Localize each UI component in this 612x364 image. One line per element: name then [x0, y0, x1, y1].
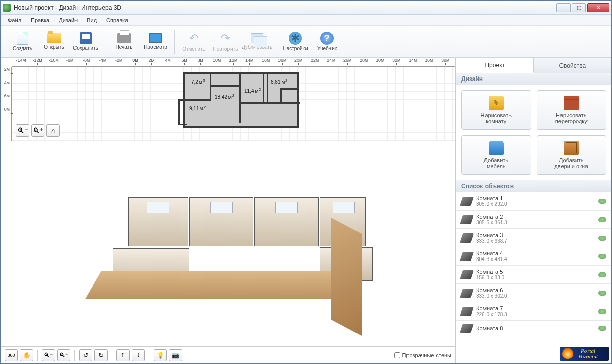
zoom-out-3d-button[interactable]: 🔍︎⁻ — [42, 349, 55, 361]
visibility-toggle-icon[interactable] — [598, 254, 606, 259]
ruler-tick: 16м — [258, 58, 274, 63]
menu-edit[interactable]: Правка — [27, 16, 54, 24]
camera-button[interactable]: 📷 — [169, 349, 182, 361]
room-icon — [460, 270, 474, 279]
object-list-item[interactable]: Комната 8 — [456, 321, 611, 336]
draw-partition-button[interactable]: Нарисовать перегородку — [537, 90, 607, 130]
hand-icon: ✋ — [23, 352, 31, 359]
open-button[interactable]: Открыть — [39, 28, 69, 56]
visibility-toggle-icon[interactable] — [598, 272, 606, 277]
ruler-tick: 8м — [192, 58, 209, 63]
plan-view-2d[interactable]: -14м-12м-10м-8м-6м-4м-2м0м2м4м6м8м10м12м… — [1, 58, 455, 141]
object-name: Комната 8 — [476, 325, 594, 331]
save-button[interactable]: Сохранить — [71, 28, 100, 56]
ruler-tick: 6м — [1, 93, 11, 107]
ruler-tick: 26м — [339, 58, 355, 63]
object-dimensions: 333.0 x 302.0 — [476, 293, 594, 299]
menu-view[interactable]: Вид — [83, 16, 101, 24]
duplicate-button[interactable]: Дублировать — [242, 28, 272, 56]
draw-room-button[interactable]: Нарисовать комнату — [461, 90, 531, 130]
object-list-item[interactable]: Комната 1305.0 x 292.0 — [456, 192, 611, 211]
ruler-tick: 10м — [209, 58, 225, 63]
visibility-toggle-icon[interactable] — [598, 217, 606, 222]
rotate-right-button[interactable]: ↻ — [94, 349, 108, 361]
visibility-toggle-icon[interactable] — [598, 199, 606, 204]
app-icon — [3, 4, 11, 12]
menu-file[interactable]: Файл — [4, 16, 26, 24]
visibility-toggle-icon[interactable] — [598, 236, 606, 241]
object-name: Комната 4 — [476, 250, 594, 256]
menubar: Файл Правка Дизайн Вид Справка — [1, 15, 611, 26]
home-button[interactable]: ⌂ — [46, 124, 60, 137]
exterior-wall — [85, 271, 362, 299]
preview-button[interactable]: Просмотр — [141, 28, 170, 56]
transparent-walls-checkbox[interactable]: Прозрачные стены — [394, 352, 451, 358]
rotate-left-button[interactable]: ↺ — [79, 349, 92, 361]
zoom-in-icon: 🔍︎⁺ — [33, 126, 43, 135]
zoom-in-button[interactable]: 🔍︎⁺ — [31, 124, 44, 137]
minimize-button[interactable]: — — [556, 3, 571, 12]
print-button[interactable]: Печать — [109, 28, 139, 56]
door-icon — [564, 141, 579, 155]
room-area-label: 11,4 м2 — [244, 88, 261, 94]
floorplan-2d[interactable]: 7,2 м29,11 м218,42 м211,4 м26,81 м2 — [183, 72, 299, 128]
flame-icon — [562, 348, 573, 359]
monitor-icon — [149, 33, 162, 43]
room-icon — [460, 197, 474, 206]
help-button[interactable]: ?Учебник — [312, 28, 342, 56]
armchair-icon — [489, 141, 504, 155]
ruler-tick: 4м — [1, 80, 11, 93]
room-icon — [460, 233, 474, 243]
tilt-up-button[interactable]: ⤒ — [116, 349, 130, 361]
room-area-label: 18,42 м2 — [215, 94, 234, 100]
light-button[interactable]: 💡 — [154, 349, 167, 361]
object-list-item[interactable]: Комната 3333.0 x 638.7 — [456, 229, 611, 247]
tab-project[interactable]: Проект — [456, 58, 534, 73]
ruler-tick: 24м — [323, 58, 339, 63]
transparent-walls-input[interactable] — [394, 352, 400, 358]
new-file-icon — [17, 32, 28, 45]
visibility-toggle-icon[interactable] — [598, 291, 606, 296]
ruler-tick: 2м — [1, 67, 11, 80]
ruler-tick: 20м — [290, 58, 307, 63]
close-button[interactable]: ✕ — [587, 3, 609, 12]
menu-design[interactable]: Дизайн — [55, 16, 82, 24]
object-name: Комната 5 — [476, 269, 594, 275]
menu-help[interactable]: Справка — [102, 16, 132, 24]
ruler-tick: 18м — [274, 58, 290, 63]
object-name: Комната 1 — [476, 195, 594, 201]
visibility-toggle-icon[interactable] — [598, 309, 606, 314]
exterior-wall — [331, 218, 362, 336]
object-name: Комната 7 — [476, 305, 594, 311]
object-list-item[interactable]: Комната 7226.0 x 178.3 — [456, 302, 611, 321]
titlebar: Новый проект - Дизайн Интерьера 3D — ▢ ✕ — [1, 1, 611, 15]
folder-open-icon — [47, 33, 61, 43]
pan-button[interactable]: ✋ — [20, 349, 33, 361]
object-list-item[interactable]: Комната 2305.5 x 361.3 — [456, 211, 611, 229]
object-list-item[interactable]: Комната 4304.3 x 481.4 — [456, 247, 611, 266]
maximize-button[interactable]: ▢ — [572, 3, 586, 12]
object-list-item[interactable]: Комната 6333.0 x 302.0 — [456, 284, 611, 302]
object-list[interactable]: Комната 1305.0 x 292.0Комната 2305.5 x 3… — [456, 192, 611, 363]
visibility-toggle-icon[interactable] — [598, 326, 606, 331]
undo-button[interactable]: ↶Отменить — [179, 28, 209, 56]
room-area-label: 9,11 м2 — [189, 106, 206, 111]
rotate-360-button[interactable]: 360 — [5, 349, 18, 361]
ruler-tick: 34м — [404, 58, 421, 63]
rotate-360-icon: 360 — [7, 353, 15, 358]
add-doors-windows-button[interactable]: Добавить двери и окна — [537, 135, 607, 175]
object-list-item[interactable]: Комната 5159.3 x 83.0 — [456, 266, 611, 284]
settings-button[interactable]: Настройки — [280, 28, 310, 56]
redo-button[interactable]: ↷Повторить — [211, 28, 240, 56]
add-furniture-button[interactable]: Добавить мебель — [461, 135, 531, 175]
render-view-3d[interactable] — [1, 141, 455, 346]
new-button[interactable]: Создать — [8, 28, 37, 56]
zoom-in-3d-button[interactable]: 🔍︎⁺ — [57, 349, 70, 361]
floppy-icon — [80, 32, 92, 44]
object-name: Комната 2 — [476, 214, 594, 220]
tilt-down-button[interactable]: ⤓ — [132, 349, 145, 361]
gear-icon — [289, 32, 302, 45]
tab-properties[interactable]: Свойства — [534, 58, 612, 73]
rotate-right-icon: ↻ — [98, 352, 104, 359]
zoom-out-button[interactable]: 🔍︎⁻ — [16, 124, 29, 137]
